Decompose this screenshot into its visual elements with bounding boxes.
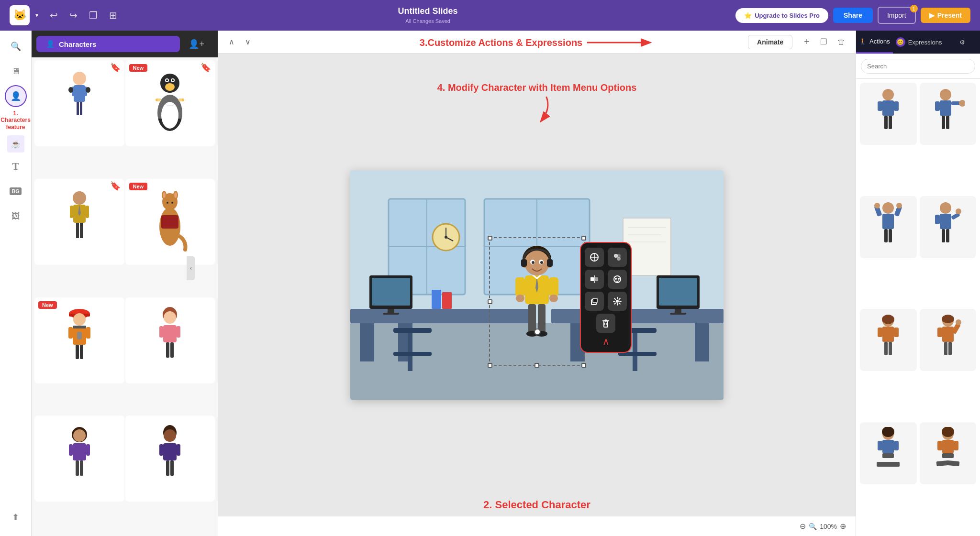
item-menu-delete-btn[interactable] xyxy=(596,314,615,333)
svg-rect-117 xyxy=(521,259,527,267)
sidebar-item-slides[interactable]: 🖥 xyxy=(5,60,27,82)
svg-point-175 xyxy=(882,315,894,324)
right-char-card-5[interactable] xyxy=(860,309,917,371)
right-char-brown-2 xyxy=(934,314,962,366)
svg-rect-63 xyxy=(170,460,174,476)
svg-point-139 xyxy=(618,278,620,280)
zoom-level: 100% xyxy=(820,523,837,530)
canvas-slide[interactable]: ∧ xyxy=(350,170,724,400)
sidebar-item-upload[interactable]: ⬆ xyxy=(5,506,27,528)
svg-point-11 xyxy=(165,83,175,91)
svg-rect-127 xyxy=(549,277,558,296)
options-icon: ⚙ xyxy=(959,39,965,46)
character-card-firefighter[interactable]: New xyxy=(34,297,124,383)
svg-point-116 xyxy=(540,261,543,264)
svg-rect-170 xyxy=(946,229,949,242)
undo-button[interactable]: ↩ xyxy=(47,8,61,23)
share-button[interactable]: Share xyxy=(833,8,873,23)
character-card-curly-woman[interactable] xyxy=(34,416,124,502)
item-menu-copy-btn[interactable] xyxy=(585,292,604,311)
svg-rect-177 xyxy=(884,342,888,355)
item-menu-style-btn[interactable] xyxy=(608,248,627,267)
item-menu-actions-btn[interactable] xyxy=(585,248,604,267)
tab-add-character[interactable]: 👤+ xyxy=(180,35,213,53)
svg-rect-153 xyxy=(940,100,951,116)
delete-element-button[interactable]: 🗑 xyxy=(835,36,848,48)
main-character[interactable] xyxy=(506,245,568,371)
right-search-input[interactable] xyxy=(861,59,975,74)
zoom-in-button[interactable]: ⊕ xyxy=(840,522,846,531)
svg-rect-185 xyxy=(948,342,952,355)
document-title[interactable]: Untitled Slides xyxy=(126,6,730,16)
svg-rect-2 xyxy=(77,102,79,115)
rotate-handle[interactable] xyxy=(534,328,541,335)
svg-rect-168 xyxy=(940,214,951,229)
redo-button[interactable]: ↪ xyxy=(67,8,80,23)
add-element-button[interactable]: + xyxy=(801,34,813,49)
character-card-penguin[interactable]: New 🔖 xyxy=(125,60,215,146)
sidebar-item-background[interactable]: BG xyxy=(5,180,27,202)
duplicate-button[interactable]: ❐ xyxy=(86,8,100,23)
svg-rect-154 xyxy=(942,116,945,129)
character-card-headset[interactable]: 🔖 xyxy=(34,60,124,146)
zoom-out-button[interactable]: ⊖ xyxy=(800,522,806,531)
svg-rect-57 xyxy=(69,444,73,456)
right-char-card-8[interactable] xyxy=(920,422,977,484)
tab-expressions[interactable]: 😊 Expressions xyxy=(893,31,945,54)
svg-rect-92 xyxy=(372,278,410,306)
svg-rect-126 xyxy=(515,277,525,296)
svg-point-142 xyxy=(616,300,619,303)
sidebar-item-images[interactable]: 🖼 xyxy=(5,205,27,227)
tab-characters[interactable]: 👤 Characters xyxy=(36,36,180,52)
character-card-pink-woman[interactable] xyxy=(125,297,215,383)
svg-rect-98 xyxy=(670,313,686,315)
sidebar-item-search[interactable]: 🔍 xyxy=(5,35,27,57)
svg-rect-85 xyxy=(350,309,532,323)
background-icon: BG xyxy=(10,187,22,195)
svg-rect-61 xyxy=(163,443,177,460)
tab-options[interactable]: ⚙ xyxy=(945,31,980,54)
character-card-kangaroo[interactable]: New xyxy=(125,179,215,265)
right-char-card-1[interactable] xyxy=(860,83,917,145)
character-card-dark-woman[interactable] xyxy=(125,416,215,502)
right-char-card-3[interactable] xyxy=(860,196,917,258)
upgrade-button[interactable]: ⭐ Upgrade to Slides Pro xyxy=(735,8,828,23)
character-curly-woman-figure xyxy=(60,425,99,492)
right-tabs: 🚶 Actions 😊 Expressions ⚙ xyxy=(856,31,980,54)
animate-button[interactable]: Animate xyxy=(748,35,792,49)
nav-up-button[interactable]: ∧ xyxy=(226,35,237,48)
svg-rect-148 xyxy=(884,116,888,129)
view-button[interactable]: ⊞ xyxy=(106,8,120,23)
panel-collapse-handle[interactable]: ‹ xyxy=(187,256,195,280)
present-button[interactable]: ▶ Present xyxy=(921,8,970,23)
svg-rect-62 xyxy=(166,460,169,476)
copy-element-button[interactable]: ❐ xyxy=(817,35,830,48)
svg-rect-56 xyxy=(80,460,83,476)
right-char-card-7[interactable] xyxy=(860,422,917,484)
right-char-card-2[interactable] xyxy=(920,83,977,145)
item-menu-flip-btn[interactable] xyxy=(585,270,604,289)
svg-rect-196 xyxy=(894,441,899,450)
item-menu-animate-btn[interactable] xyxy=(608,270,627,289)
import-button[interactable]: Import 1 xyxy=(878,7,916,24)
tab-actions[interactable]: 🚶 Actions xyxy=(856,31,893,54)
svg-rect-3 xyxy=(80,102,82,115)
svg-point-133 xyxy=(617,254,621,258)
svg-rect-23 xyxy=(80,223,83,238)
svg-point-129 xyxy=(549,295,558,302)
right-char-card-6[interactable] xyxy=(920,309,977,371)
svg-point-188 xyxy=(956,319,961,325)
item-menu-chevron[interactable]: ∧ xyxy=(585,336,627,347)
logo-chevron-icon: ▾ xyxy=(35,12,38,19)
right-char-hands-up xyxy=(874,201,902,253)
character-card-business[interactable]: 🔖 xyxy=(34,179,124,265)
svg-rect-199 xyxy=(942,440,954,453)
item-menu-settings-btn[interactable] xyxy=(608,292,627,311)
app-logo[interactable]: 🐱 xyxy=(10,5,30,25)
item-menu-row-4 xyxy=(585,314,627,333)
nav-down-button[interactable]: ∨ xyxy=(242,35,254,48)
svg-rect-101 xyxy=(393,328,432,333)
sidebar-item-characters[interactable]: 👤 xyxy=(5,85,27,107)
sidebar-item-text[interactable]: T xyxy=(5,155,27,177)
right-char-card-4[interactable] xyxy=(920,196,977,258)
